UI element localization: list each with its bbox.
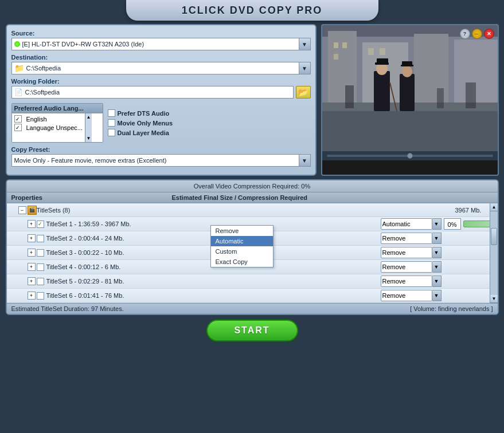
audio-lang-header: Preferred Audio Lang... — [12, 104, 103, 113]
titleset5-mode-select[interactable]: Remove Automatic — [381, 275, 432, 287]
table-body: − 🎬 TitleSets (8) 3967 Mb. + ✓ TitleSet … — [7, 203, 498, 303]
audio-unspec-check[interactable]: ✓ — [14, 124, 22, 131]
dual-layer-media-checkbox[interactable] — [108, 129, 115, 136]
svg-rect-15 — [377, 58, 388, 63]
titleset2-check[interactable] — [37, 235, 44, 242]
destination-row: 📁 C:\Softpedia ▼ — [11, 62, 311, 74]
titleset4-check[interactable] — [37, 263, 44, 271]
titleset3-expand[interactable]: + — [28, 249, 36, 257]
prefer-dts-label: Prefer DTS Audio — [118, 110, 170, 117]
scroll-up-btn[interactable]: ▲ — [490, 203, 498, 211]
svg-rect-20 — [402, 61, 412, 65]
close-button[interactable]: ✕ — [484, 29, 494, 39]
titleset-row-5: + TitleSet 5 - 0:02:29 - 81 Mb. Remove A… — [7, 274, 498, 289]
working-folder-value: C:\Softpedia — [25, 89, 60, 96]
movie-only-menus-checkbox[interactable] — [108, 119, 115, 127]
scene-svg — [322, 25, 498, 151]
titleset6-controls: Remove Automatic ▼ — [381, 290, 495, 301]
dropdown-item-remove[interactable]: Remove — [211, 226, 273, 236]
help-button[interactable]: ? — [460, 29, 470, 39]
titleset2-dropdown-wrapper: Remove Automatic ▼ — [381, 233, 442, 244]
slider-thumb — [407, 153, 413, 159]
titleset2-mode-select[interactable]: Remove Automatic — [381, 233, 432, 244]
video-frame — [322, 25, 498, 151]
source-dropdown-arrow[interactable]: ▼ — [299, 38, 311, 50]
titlesets-icon: 🎬 — [28, 206, 37, 215]
table-scrollbar: ▲ ▼ — [490, 203, 498, 303]
audio-lang-content: ✓ English ✓ Language Unspec... ▲ ▼ — [12, 113, 103, 142]
working-folder-input[interactable]: 📄 C:\Softpedia — [11, 86, 294, 99]
titleset6-dropdown-btn[interactable]: ▼ — [432, 290, 442, 301]
source-value: [E] HL-DT-ST DVD+-RW GT32N A203 (Ide) — [22, 41, 144, 48]
dropdown-item-exact-copy[interactable]: Exact Copy — [211, 257, 273, 267]
destination-combo[interactable]: 📁 C:\Softpedia — [11, 62, 299, 74]
copy-preset-dropdown-arrow[interactable]: ▼ — [299, 154, 311, 167]
svg-rect-16 — [375, 62, 389, 65]
titleset5-label: TitleSet 5 - 0:02:29 - 81 Mb. — [46, 278, 381, 285]
dual-layer-media-row: Dual Layer Media — [108, 129, 173, 136]
scroll-track — [490, 211, 498, 295]
titleset5-dropdown-wrapper: Remove Automatic ▼ — [381, 275, 442, 287]
movie-only-menus-row: Movie Only Menus — [108, 119, 173, 127]
titleset3-check[interactable] — [37, 249, 44, 257]
titleset6-check[interactable] — [37, 292, 44, 300]
destination-dropdown-arrow[interactable]: ▼ — [299, 62, 311, 74]
titleset1-mode-select[interactable]: Automatic Remove Custom Exact Copy — [381, 218, 432, 230]
status-right: [ Volume: finding neverlands ] — [410, 305, 493, 312]
titleset5-check[interactable] — [37, 278, 44, 285]
copy-preset-combo[interactable]: Movie Only - Feature movie, remove extra… — [11, 154, 299, 167]
minimize-button[interactable]: ─ — [472, 29, 482, 39]
source-combo[interactable]: [E] HL-DT-ST DVD+-RW GT32N A203 (Ide) — [11, 38, 299, 50]
source-label: Source: — [11, 30, 311, 37]
svg-point-19 — [402, 66, 412, 77]
titleset6-expand[interactable]: + — [28, 292, 36, 300]
titlesets-panel: Overall Video Compression Required: 0% P… — [6, 179, 499, 315]
scroll-down-btn[interactable]: ▼ — [490, 295, 498, 303]
titleset3-dropdown-btn[interactable]: ▼ — [432, 247, 442, 258]
col-properties-header: Properties — [11, 194, 172, 201]
prefer-dts-checkbox[interactable] — [108, 109, 115, 117]
scroll-thumb[interactable] — [491, 228, 497, 245]
titleset1-expand[interactable]: + — [28, 220, 36, 228]
audio-english-check[interactable]: ✓ — [14, 115, 22, 123]
titleset2-expand[interactable]: + — [28, 234, 36, 242]
dropdown-item-custom[interactable]: Custom — [211, 246, 273, 257]
svg-rect-21 — [401, 65, 413, 66]
titleset4-controls: Remove Automatic ▼ — [381, 261, 495, 273]
destination-value: C:\Softpedia — [26, 65, 61, 72]
titlesets-expand[interactable]: − — [18, 206, 26, 214]
titleset3-mode-select[interactable]: Remove Automatic — [381, 247, 432, 258]
start-btn-container: START — [206, 320, 298, 341]
table-header: Properties Estimated Final Size / Compre… — [7, 192, 498, 203]
svg-rect-9 — [368, 48, 374, 55]
start-button[interactable]: START — [206, 320, 298, 341]
titleset3-dropdown-wrapper: Remove Automatic ▼ — [381, 247, 442, 258]
svg-rect-18 — [400, 74, 415, 111]
browse-folder-button[interactable]: 📂 — [296, 86, 311, 99]
copy-preset-label: Copy Preset: — [11, 146, 311, 153]
svg-rect-11 — [322, 105, 498, 151]
svg-rect-24 — [466, 82, 476, 108]
audio-lang-item-2: ✓ Language Unspec... — [13, 123, 84, 132]
titleset2-dropdown-btn[interactable]: ▼ — [432, 233, 442, 244]
dropdown-item-automatic[interactable]: Automatic — [211, 236, 273, 246]
titleset5-controls: Remove Automatic ▼ — [381, 275, 495, 287]
titlesets-parent-row: − 🎬 TitleSets (8) 3967 Mb. — [7, 203, 498, 217]
audio-scroll-down[interactable]: ▼ — [85, 135, 92, 142]
audio-lang-scrollbar: ▲ ▼ — [85, 113, 92, 142]
titleset1-dropdown-btn[interactable]: ▼ — [432, 218, 442, 230]
titleset5-dropdown-btn[interactable]: ▼ — [432, 275, 442, 287]
titleset6-dropdown-wrapper: Remove Automatic ▼ — [381, 290, 442, 301]
titleset1-percent: 0% — [444, 218, 461, 230]
audio-lang-item-1: ✓ English — [13, 115, 84, 123]
titleset1-check[interactable]: ✓ — [37, 221, 44, 228]
titleset1-dropdown-wrapper: Automatic Remove Custom Exact Copy ▼ — [381, 218, 442, 230]
titleset4-expand[interactable]: + — [28, 263, 36, 271]
titleset5-expand[interactable]: + — [28, 277, 36, 285]
titleset6-mode-select[interactable]: Remove Automatic — [381, 290, 432, 301]
video-slider[interactable] — [322, 151, 498, 160]
destination-label: Destination: — [11, 54, 311, 61]
titleset4-dropdown-btn[interactable]: ▼ — [432, 261, 442, 273]
audio-scroll-up[interactable]: ▲ — [85, 113, 92, 121]
titleset4-mode-select[interactable]: Remove Automatic — [381, 261, 432, 273]
